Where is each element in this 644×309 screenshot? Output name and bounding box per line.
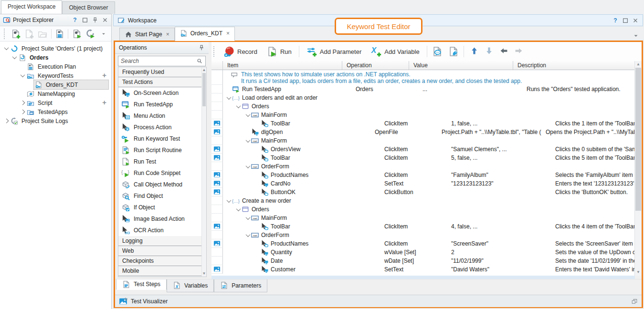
operations-group-checkpoints[interactable]: Checkpoints (118, 256, 206, 266)
operation-run-testedapp[interactable]: Run TestedApp (118, 99, 206, 110)
operations-search-input[interactable]: Search (118, 56, 206, 66)
operation-image-based-action[interactable]: Image Based Action (118, 213, 206, 225)
visualizer-thumbnail-cell[interactable] (211, 119, 223, 128)
organize-tests-button[interactable] (53, 28, 65, 40)
tab-list-dropdown-icon[interactable] (633, 32, 639, 39)
visualizer-thumbnail-cell[interactable] (211, 128, 223, 136)
test-visualizer-bar[interactable]: Test Visualizer (115, 295, 642, 307)
scroll-up-icon[interactable]: ▲ (635, 62, 642, 67)
pin-icon[interactable] (198, 44, 205, 51)
visualizer-thumbnail-cell[interactable] (211, 154, 223, 162)
tree-item-execution-plan[interactable]: Execution Plan (0, 62, 111, 71)
help-icon[interactable]: ? (72, 17, 78, 23)
test-step-row[interactable]: DatewDate [Set]"11/02/1999"Sets the date… (211, 257, 635, 265)
tab-object-browser[interactable]: Object Browser (62, 1, 115, 14)
operation-run-script-routine[interactable]: Run Script Routine (118, 144, 206, 156)
test-step-row[interactable]: Orders (211, 102, 635, 111)
test-step-row[interactable]: QuantitywValue [Set]2Sets the value of t… (211, 248, 635, 257)
operation-if-object[interactable]: If Object (118, 202, 206, 213)
collapse-icon[interactable] (226, 198, 232, 204)
collapse-icon[interactable] (235, 206, 242, 213)
visualizer-thumbnail-cell[interactable] (211, 179, 223, 188)
arrow-up-button[interactable] (470, 47, 478, 56)
dock-icon[interactable] (631, 298, 638, 305)
close-tab-icon[interactable]: × (165, 31, 169, 38)
tree-item-testedapps[interactable]: TestedApps (0, 107, 111, 116)
add-parameter-button[interactable]: Add Parameter (303, 44, 365, 59)
test-step-row[interactable]: ButtonOKClickButtonClicks the 'ButtonOK'… (211, 188, 635, 196)
collapse-icon[interactable] (245, 112, 251, 118)
run-project-button[interactable] (71, 28, 83, 40)
pin-icon[interactable] (92, 17, 98, 23)
bottom-tab-variables[interactable]: xVariables (167, 279, 214, 292)
operation-run-keyword-test[interactable]: Run Keyword Test (118, 133, 206, 144)
dropdown-caret-button[interactable] (97, 28, 109, 40)
test-step-row[interactable]: Run TestedAppOrders...Runs the "Orders" … (211, 85, 635, 93)
operations-group-frequently-used[interactable]: Frequently Used (118, 67, 206, 77)
test-step-row[interactable]: .netOrderForm (211, 162, 635, 171)
run-button[interactable]: Run (263, 44, 296, 59)
test-step-row[interactable]: ToolBarClickItem4, false, ...Clicks the … (211, 222, 635, 231)
test-step-row[interactable]: CardNoSetText"123123123123"Enters the te… (211, 179, 635, 188)
operation-find-object[interactable]: Find Object (118, 190, 206, 202)
add-item-button[interactable]: + (102, 71, 106, 79)
tab-project-workspace[interactable]: Project Workspace (1, 0, 62, 14)
record-button[interactable]: Record (220, 44, 261, 59)
test-step-row[interactable]: dlgOpenOpenFileProject.Path + "..\\MyTab… (211, 128, 635, 136)
scroll-up-icon[interactable]: ▲ (202, 68, 206, 72)
horizontal-scroll-area[interactable] (211, 276, 635, 279)
add-comment-button[interactable] (431, 44, 444, 59)
operations-group-mobile[interactable]: Mobile (118, 266, 206, 276)
doc-tab-start-page[interactable]: Start Page× (119, 28, 175, 41)
visualizer-thumbnail-cell[interactable] (211, 222, 223, 231)
operation-menu-action[interactable]: Menu Action (118, 110, 206, 122)
help-icon[interactable]: ? (612, 17, 619, 24)
visualizer-thumbnail-cell[interactable] (211, 145, 223, 154)
operations-group-test-actions[interactable]: Test Actions (118, 77, 206, 87)
operation-run-code-snippet[interactable]: {…}Run Code Snippet (118, 167, 206, 179)
test-step-row[interactable]: .netMainForm (211, 136, 635, 145)
tree-item-keywordtests[interactable]: KeywordTests+ (0, 71, 111, 80)
close-tab-icon[interactable]: × (225, 30, 230, 37)
expand-icon[interactable] (19, 100, 26, 106)
tree-item-namemapping[interactable]: NameMapping (0, 89, 111, 98)
add-project-item-button[interactable] (10, 28, 22, 40)
add-new-item-button[interactable] (23, 28, 35, 40)
toolbar-drag-handle[interactable] (4, 29, 7, 39)
visualizer-thumbnail-cell[interactable] (211, 188, 223, 196)
expand-icon[interactable] (19, 109, 26, 115)
doc-tab-orders-kdt[interactable]: Orders_KDT× (175, 27, 235, 41)
tree-item-orders[interactable]: Orders (0, 53, 111, 62)
column-header-item[interactable]: Item (223, 61, 342, 70)
tree-item-project-suite-logs[interactable]: Project Suite Logs (0, 116, 111, 125)
close-icon[interactable] (102, 17, 108, 23)
operations-group-logging[interactable]: Logging (118, 236, 206, 246)
test-step-row[interactable]: Orders (211, 205, 635, 214)
collapse-icon[interactable] (19, 72, 26, 79)
operations-scrollbar[interactable]: ▲▼ (201, 67, 206, 277)
visualizer-thumbnail-cell[interactable] (211, 239, 223, 248)
tree-item-script[interactable]: Script+ (0, 98, 111, 107)
test-step-row[interactable]: ToolBarClickItem1, false, ...Clicks the … (211, 119, 635, 128)
tree-item-orders-kdt[interactable]: Orders_KDT (0, 80, 111, 89)
collapse-icon[interactable] (245, 215, 251, 221)
expand-icon[interactable] (3, 118, 10, 124)
toolbar-drag-handle[interactable] (213, 46, 216, 57)
column-header-description[interactable]: Description (513, 61, 635, 70)
maximize-icon[interactable] (82, 17, 88, 23)
bottom-tab-test-steps[interactable]: Test Steps (116, 279, 167, 290)
collapse-icon[interactable] (226, 95, 232, 101)
collapse-icon[interactable] (245, 164, 251, 170)
tree-item-project-suite-orders-1-project[interactable]: Project Suite 'Orders' (1 project) (0, 44, 111, 53)
test-step-row[interactable]: .netOrderForm (211, 231, 635, 239)
operations-group-web[interactable]: Web (118, 246, 206, 256)
collapse-icon[interactable] (245, 138, 251, 144)
test-step-row[interactable]: CustomerSetText"David Waters"Enters the … (211, 265, 635, 274)
collapse-icon[interactable] (11, 54, 18, 61)
test-step-row[interactable]: .netMainForm (211, 214, 635, 222)
scroll-down-icon[interactable]: ▼ (202, 271, 206, 276)
collapse-icon[interactable] (235, 103, 242, 110)
collapse-icon[interactable] (245, 232, 251, 238)
test-step-row[interactable]: ProductNamesClickItem"FamilyAlbum"Select… (211, 171, 635, 179)
column-header-value[interactable]: Value (409, 61, 513, 70)
